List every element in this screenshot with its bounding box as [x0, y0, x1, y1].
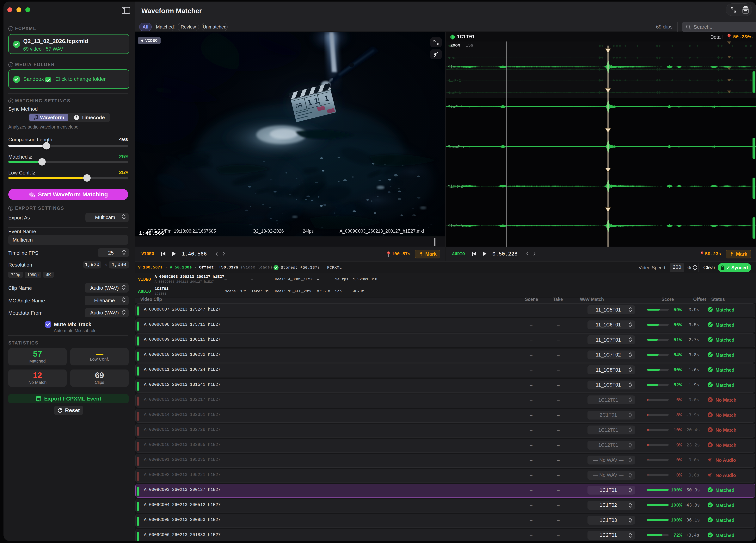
svg-text:MixL: MixL — [448, 65, 458, 70]
svg-text:MixR-2: MixR-2 — [448, 184, 463, 189]
svg-text:MixR-3: MixR-3 — [448, 224, 463, 229]
svg-text:MixR-1: MixR-1 — [448, 56, 461, 60]
svg-text:MixR-3: MixR-3 — [448, 91, 461, 95]
svg-text:MixR-2: MixR-2 — [448, 78, 461, 83]
svg-text:MixR-1: MixR-1 — [448, 105, 463, 109]
svg-text:BoomMic: BoomMic — [448, 145, 465, 149]
